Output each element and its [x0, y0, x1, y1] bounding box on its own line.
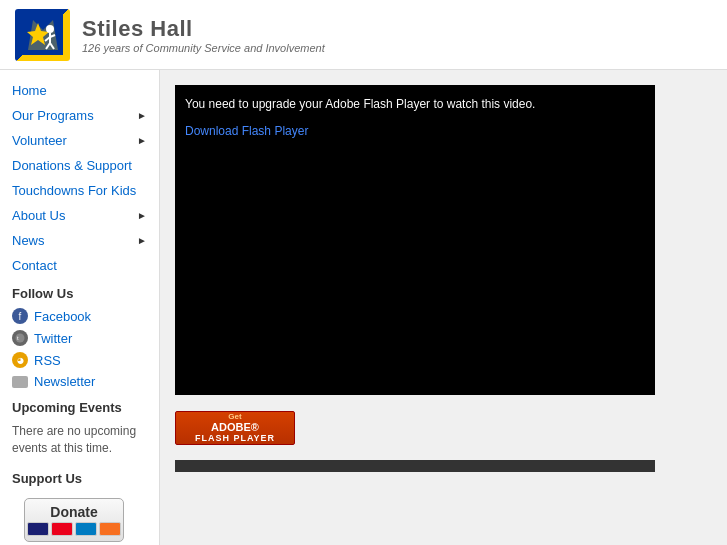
facebook-icon: f: [12, 308, 28, 324]
site-title: Stiles Hall: [82, 16, 325, 42]
upcoming-events-text: There are no upcoming events at this tim…: [0, 419, 159, 463]
nav-volunteer[interactable]: Volunteer ►: [0, 128, 159, 153]
twitter-link[interactable]: t Twitter: [0, 327, 159, 349]
arrow-icon: ►: [137, 135, 147, 146]
sidebar: Home Our Programs ► Volunteer ► Donation…: [0, 70, 160, 545]
flash-download-link[interactable]: Download Flash Player: [175, 124, 318, 138]
follow-us-title: Follow Us: [0, 278, 159, 305]
amex-icon: [75, 522, 97, 536]
nav-news[interactable]: News ►: [0, 228, 159, 253]
donate-label: Donate: [50, 504, 97, 520]
content-area: Home Our Programs ► Volunteer ► Donation…: [0, 70, 727, 545]
main-content: You need to upgrade your Adobe Flash Pla…: [160, 70, 727, 545]
header: Stiles Hall 126 years of Community Servi…: [0, 0, 727, 70]
arrow-icon: ►: [137, 210, 147, 221]
donate-button[interactable]: Donate: [24, 498, 124, 542]
logo-icon: [15, 9, 70, 61]
donate-section: Donate: [0, 490, 159, 545]
visa-icon: [27, 522, 49, 536]
rss-link[interactable]: ◕ RSS: [0, 349, 159, 371]
mastercard-icon: [51, 522, 73, 536]
newsletter-icon: [12, 376, 28, 388]
adobe-label: ADOBE®: [211, 421, 259, 433]
nav-contact[interactable]: Contact: [0, 253, 159, 278]
nav-about-us[interactable]: About Us ►: [0, 203, 159, 228]
page-wrapper: Stiles Hall 126 years of Community Servi…: [0, 0, 727, 545]
arrow-icon: ►: [137, 235, 147, 246]
card-icons: [27, 522, 121, 536]
nav-home[interactable]: Home: [0, 78, 159, 103]
nav-our-programs[interactable]: Our Programs ►: [0, 103, 159, 128]
nav-touchdowns[interactable]: Touchdowns For Kids: [0, 178, 159, 203]
header-text: Stiles Hall 126 years of Community Servi…: [82, 16, 325, 54]
video-container: You need to upgrade your Adobe Flash Pla…: [175, 85, 655, 395]
site-subtitle: 126 years of Community Service and Invol…: [82, 42, 325, 54]
rss-icon: ◕: [12, 352, 28, 368]
get-flash-button[interactable]: Get ADOBE® FLASH PLAYER: [175, 411, 295, 445]
bottom-bar: [175, 460, 655, 472]
flash-player-label: FLASH PLAYER: [195, 433, 275, 443]
svg-point-3: [46, 25, 54, 33]
get-label: Get: [228, 412, 241, 421]
nav-donations[interactable]: Donations & Support: [0, 153, 159, 178]
twitter-icon: t: [12, 330, 28, 346]
flash-upgrade-message: You need to upgrade your Adobe Flash Pla…: [175, 85, 655, 123]
arrow-icon: ►: [137, 110, 147, 121]
discover-icon: [99, 522, 121, 536]
support-us-title: Support Us: [0, 463, 159, 490]
upcoming-events-title: Upcoming Events: [0, 392, 159, 419]
facebook-link[interactable]: f Facebook: [0, 305, 159, 327]
get-flash-area: Get ADOBE® FLASH PLAYER: [175, 411, 295, 445]
newsletter-link[interactable]: Newsletter: [0, 371, 159, 392]
